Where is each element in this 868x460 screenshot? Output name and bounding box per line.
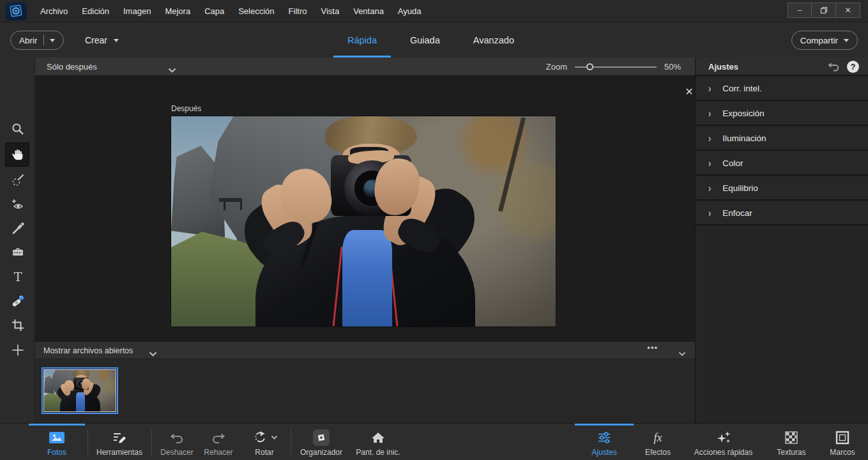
move-tool-icon[interactable]	[9, 341, 27, 359]
taskbar-texturas[interactable]: Texturas	[765, 424, 818, 460]
open-button-label: Abrir	[19, 36, 38, 45]
taskbar-rotar[interactable]: Rotar	[239, 424, 290, 460]
chevron-right-icon: ›	[708, 133, 711, 144]
app-logo-icon	[5, 2, 27, 20]
menu-edicion[interactable]: Edición	[75, 0, 116, 22]
photo-bin-selector[interactable]: Mostrar archivos abiertos	[43, 342, 133, 359]
close-button[interactable]: ✕	[836, 3, 860, 18]
adjustment-iluminacion[interactable]: › Iluminación	[696, 127, 868, 151]
taskbar-herramientas[interactable]: Herramientas	[89, 424, 149, 460]
taskbar-pantalla-inicio[interactable]: Pant. de inic.	[350, 424, 406, 460]
straighten-tool-icon[interactable]	[9, 243, 27, 261]
chevron-right-icon: ›	[708, 108, 711, 119]
photo-bin-caret-icon[interactable]	[149, 348, 157, 359]
options-bar: Sólo después Zoom 50%	[35, 57, 695, 76]
tab-rapida[interactable]: Rápida	[345, 22, 379, 57]
taskbar-separator	[88, 429, 88, 456]
menu-ventana[interactable]: Ventana	[346, 0, 391, 22]
create-button-label: Crear	[85, 35, 107, 45]
taskbar-marcos[interactable]: Marcos	[819, 424, 865, 460]
taskbar-separator	[291, 429, 291, 456]
adjustment-enfocar[interactable]: › Enfocar	[696, 202, 868, 226]
menu-imagen[interactable]: Imagen	[116, 0, 158, 22]
taskbar-separator	[151, 429, 152, 456]
zoom-slider[interactable]	[575, 63, 657, 71]
spot-healing-tool-icon[interactable]	[9, 292, 27, 310]
type-tool-icon[interactable]: T	[9, 268, 27, 286]
share-button-label: Compartir	[800, 36, 838, 45]
adjustment-equilibrio[interactable]: › Equilibrio	[696, 177, 868, 201]
menu-bar: Archivo Edición Imagen Mejora Capa Selec…	[0, 0, 868, 22]
rotate-icon	[252, 429, 278, 446]
adjustments-panel-header: Ajustes ?	[696, 57, 868, 76]
taskbar-efectos[interactable]: fx Efectos	[636, 424, 680, 460]
chevron-right-icon: ›	[708, 208, 711, 219]
adjustment-corr-intel[interactable]: › Corr. intel.	[696, 77, 868, 101]
after-label: Después	[171, 104, 201, 113]
bin-collapse-icon[interactable]	[678, 348, 686, 359]
panel-title: Ajustes	[708, 57, 738, 76]
taskbar-rehacer[interactable]: Rehacer	[196, 424, 241, 460]
bin-more-icon[interactable]: •••	[647, 343, 658, 353]
taskbar-deshacer[interactable]: Deshacer	[153, 424, 201, 460]
chevron-right-icon: ›	[708, 158, 711, 169]
chevron-right-icon: ›	[708, 183, 711, 194]
minimize-button[interactable]: –	[788, 3, 812, 18]
tab-guiada[interactable]: Guiada	[407, 22, 443, 57]
panel-reset-icon[interactable]	[827, 61, 840, 75]
hand-tool-icon[interactable]	[9, 146, 27, 164]
mode-tabs: Rápida Guiada Avanzado	[345, 22, 517, 57]
photo-thumbnail-selected[interactable]	[42, 367, 118, 414]
open-button[interactable]: Abrir	[10, 31, 64, 50]
quick-selection-tool-icon[interactable]	[9, 171, 27, 189]
frames-icon	[835, 429, 849, 446]
open-button-divider	[43, 35, 44, 45]
menu-vista[interactable]: Vista	[314, 0, 346, 22]
restore-button[interactable]	[812, 3, 836, 18]
bottom-taskbar: Fotos Herramientas Deshacer Rehacer Rota…	[0, 423, 868, 460]
help-icon[interactable]: ?	[847, 61, 859, 73]
tab-avanzado[interactable]: Avanzado	[471, 22, 517, 57]
action-bar: Abrir Crear Rápida Guiada Avanzado Compa…	[0, 22, 868, 57]
menu-ayuda[interactable]: Ayuda	[391, 0, 429, 22]
taskbar-acciones-rapidas[interactable]: Acciones rápidas	[683, 424, 763, 460]
photo-document[interactable]	[171, 116, 556, 326]
create-button[interactable]: Crear	[85, 31, 119, 50]
organizer-icon	[313, 429, 330, 446]
taskbar-ajustes[interactable]: Ajustes	[575, 424, 634, 460]
effects-icon: fx	[654, 429, 662, 446]
menu-filtro[interactable]: Filtro	[282, 0, 314, 22]
share-button[interactable]: Compartir	[791, 31, 858, 50]
crop-tool-icon[interactable]	[9, 316, 27, 334]
whiten-teeth-tool-icon[interactable]	[9, 219, 27, 237]
view-mode-select[interactable]: Sólo después	[47, 57, 97, 76]
open-caret-icon[interactable]	[50, 39, 55, 42]
adjustment-exposicion[interactable]: › Exposición	[696, 102, 868, 126]
red-eye-tool-icon[interactable]	[9, 195, 27, 213]
menu-seleccion[interactable]: Selección	[231, 0, 281, 22]
window-controls: – ✕	[788, 3, 860, 18]
taskbar-organizador[interactable]: Organizador	[293, 424, 350, 460]
menu-archivo[interactable]: Archivo	[33, 0, 75, 22]
photos-icon	[49, 429, 65, 446]
tool-palette: T	[0, 57, 35, 423]
tools-icon	[112, 429, 127, 446]
zoom-slider-thumb[interactable]	[586, 63, 593, 70]
adjustments-icon	[597, 429, 612, 446]
zoom-tool-icon[interactable]	[9, 120, 27, 138]
zoom-value: 50%	[664, 62, 681, 72]
textures-icon	[785, 429, 798, 446]
adjustment-color[interactable]: › Color	[696, 152, 868, 176]
home-icon	[371, 429, 385, 446]
view-mode-caret-icon[interactable]	[168, 64, 176, 75]
quick-actions-icon	[715, 429, 732, 446]
chevron-right-icon: ›	[708, 83, 711, 95]
create-caret-icon	[114, 39, 119, 42]
menu-capa[interactable]: Capa	[197, 0, 231, 22]
taskbar-fotos[interactable]: Fotos	[29, 424, 85, 460]
menu-mejora[interactable]: Mejora	[158, 0, 197, 22]
zoom-label: Zoom	[546, 62, 567, 72]
photo-image	[171, 116, 556, 326]
undo-icon	[169, 429, 185, 446]
share-caret-icon	[844, 39, 849, 42]
